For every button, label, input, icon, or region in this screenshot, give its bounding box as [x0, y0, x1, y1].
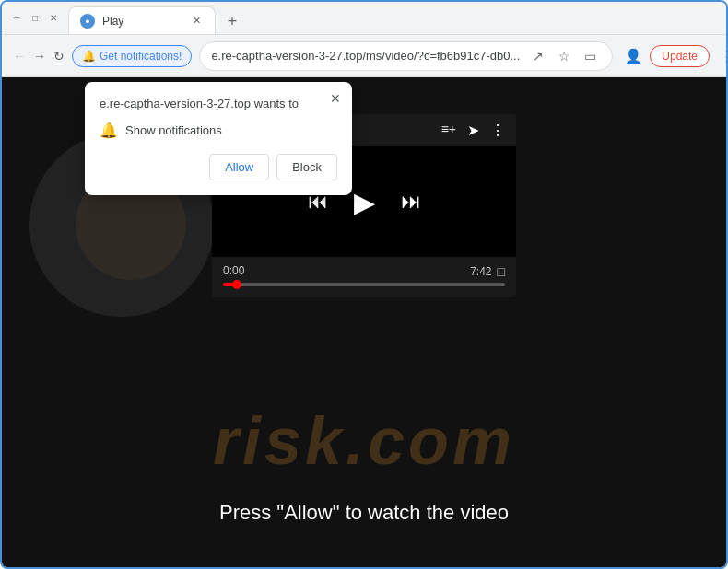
block-button[interactable]: Block — [276, 154, 337, 180]
popup-row-text: Show notifications — [125, 123, 222, 137]
minimize-button[interactable]: ─ — [9, 11, 24, 26]
watermark: risk.com — [2, 403, 726, 479]
popup-buttons: Allow Block — [100, 154, 337, 180]
title-bar: ─ □ ✕ ● Play ✕ + — [2, 2, 726, 35]
back-button[interactable]: ← — [13, 43, 26, 69]
share-icon: ↗ — [533, 49, 544, 64]
window-controls: ─ □ ✕ — [9, 11, 61, 26]
forward-button[interactable]: → — [33, 43, 46, 69]
maximize-button[interactable]: □ — [28, 11, 42, 26]
url-text: e.re-captha-version-3-27.top/ms/video/?c… — [211, 49, 520, 63]
tabs-area: ● Play ✕ + — [68, 2, 719, 34]
share-icon-btn[interactable]: ↗ — [527, 45, 549, 67]
play-button[interactable]: ▶ — [354, 186, 375, 218]
new-tab-button[interactable]: + — [219, 8, 245, 34]
toolbar-right: 👤 Update ⋮ — [620, 43, 728, 69]
tab-title: Play — [102, 15, 123, 28]
address-bar: ← → ↻ 🔔 Get notifications! e.re-captha-v… — [2, 35, 726, 77]
more-vert-icon: ⋮ — [720, 48, 728, 64]
tab-favicon: ● — [80, 14, 95, 29]
popup-title: e.re-captha-version-3-27.top wants to — [100, 97, 337, 110]
close-icon: ✕ — [330, 91, 341, 106]
popup-row: 🔔 Show notifications — [100, 122, 337, 139]
time-row: 0:00 7:42 □ — [223, 264, 505, 279]
update-button[interactable]: Update — [650, 45, 710, 67]
current-time: 0:00 — [223, 264, 244, 279]
popup-close-button[interactable]: ✕ — [326, 89, 345, 108]
reload-icon: ↻ — [53, 49, 65, 64]
person-icon: 👤 — [625, 48, 642, 64]
forward-icon: → — [33, 49, 46, 64]
notification-popup: ✕ e.re-captha-version-3-27.top wants to … — [85, 82, 352, 195]
globe-icon: ● — [85, 17, 89, 26]
close-button[interactable]: ✕ — [46, 11, 61, 26]
bookmark-button[interactable]: ☆ — [553, 45, 575, 67]
cast-button[interactable]: ▭ — [579, 45, 601, 67]
notification-button[interactable]: 🔔 Get notifications! — [72, 45, 192, 67]
reload-button[interactable]: ↻ — [53, 43, 65, 69]
url-icons: ↗ ☆ ▭ — [527, 45, 601, 67]
progress-dot — [232, 280, 241, 289]
cast-icon: ▭ — [584, 49, 596, 64]
main-content: risk.com ⌄ ≡+ ➤ ⋮ ⏮ ▶ ⏭ 0:00 7:42 □ — [2, 77, 726, 569]
url-bar[interactable]: e.re-captha-version-3-27.top/ms/video/?c… — [199, 41, 613, 71]
skip-next-button[interactable]: ⏭ — [401, 190, 421, 214]
active-tab[interactable]: ● Play ✕ — [68, 6, 216, 34]
more-options-button[interactable]: ⋮ — [713, 43, 728, 69]
subtitle-text: Press "Allow" to watch the video — [2, 501, 726, 525]
progress-bar[interactable] — [223, 283, 505, 286]
popup-bell-icon: 🔔 — [100, 122, 118, 139]
video-progress: 0:00 7:42 □ — [212, 257, 516, 297]
fullscreen-icon[interactable]: □ — [498, 264, 505, 279]
profile-button[interactable]: 👤 — [620, 43, 646, 69]
bell-icon: 🔔 — [82, 50, 96, 63]
more-options-icon[interactable]: ⋮ — [490, 122, 505, 139]
star-icon: ☆ — [558, 49, 570, 64]
notification-button-label: Get notifications! — [100, 50, 182, 63]
total-time: 7:42 — [470, 265, 491, 278]
share-video-icon[interactable]: ➤ — [467, 122, 479, 139]
tab-close-button[interactable]: ✕ — [189, 14, 204, 29]
queue-add-icon[interactable]: ≡+ — [441, 122, 456, 139]
back-icon: ← — [13, 49, 26, 64]
allow-button[interactable]: Allow — [209, 154, 269, 180]
video-top-right-controls: ≡+ ➤ ⋮ — [441, 122, 505, 139]
